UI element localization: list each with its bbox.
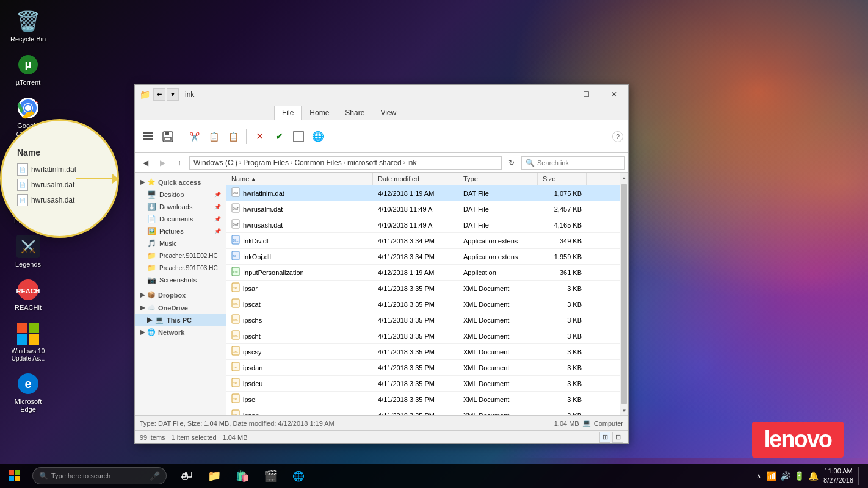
file-size-cell: 349 KB <box>538 235 587 246</box>
nav-this-pc-header[interactable]: ▶ 💻 This PC <box>135 314 226 326</box>
taskbar-clock[interactable]: 11:00 AM 8/27/2018 <box>823 467 853 486</box>
search-box[interactable]: 🔍 <box>521 156 625 170</box>
table-row[interactable]: DAT hwrusash.dat 4/10/2018 11:49 A DAT F… <box>226 217 620 233</box>
nav-onedrive-header[interactable]: ▶ ☁️ OneDrive <box>135 301 226 314</box>
view-toggle-buttons: ⊞ ⊟ <box>599 432 623 443</box>
nav-item-preacher1[interactable]: 📁 Preacher.S01E02.HC <box>135 249 226 262</box>
tab-file[interactable]: File <box>274 106 302 120</box>
svg-text:e: e <box>24 377 31 390</box>
address-path[interactable]: Windows (C:) › Program Files › Common Fi… <box>189 156 502 170</box>
scroll-thumb[interactable] <box>621 184 627 404</box>
refresh-button[interactable]: ↻ <box>504 156 519 170</box>
table-row[interactable]: EXE InputPersonalization 4/12/2018 1:19 … <box>226 265 620 281</box>
tray-up-arrow[interactable]: ∧ <box>756 472 761 480</box>
svg-text:XML: XML <box>233 350 239 353</box>
quick-access-btn-2[interactable]: ▼ <box>167 88 179 101</box>
file-type-icon: XML <box>231 393 240 405</box>
show-desktop-button[interactable] <box>858 467 862 485</box>
nav-item-pictures[interactable]: 🖼️ Pictures 📌 <box>135 225 226 237</box>
search-input[interactable] <box>537 159 621 167</box>
start-button[interactable] <box>0 464 29 488</box>
taskbar-store[interactable]: 🛍️ <box>229 464 256 488</box>
table-row[interactable]: XML ipsel 4/11/2018 3:35 PM XML Document… <box>226 392 620 407</box>
ribbon-delete[interactable]: ✕ <box>251 128 268 145</box>
desktop-icon-reachit[interactable]: REACH REACHit <box>6 274 50 315</box>
view-details-button[interactable]: ⊞ <box>599 432 610 443</box>
path-segment-5[interactable]: ink <box>407 159 416 167</box>
nav-back-button[interactable]: ◀ <box>138 156 153 170</box>
nav-forward-button[interactable]: ▶ <box>155 156 170 170</box>
table-row[interactable]: DLL InkObj.dll 4/11/2018 3:34 PM Applica… <box>226 249 620 265</box>
scroll-down-button[interactable]: ▼ <box>620 406 628 415</box>
file-size-cell: 3 KB <box>538 410 587 416</box>
table-row[interactable]: XML ipscsy 4/11/2018 3:35 PM XML Documen… <box>226 344 620 360</box>
desktop-icon-legends[interactable]: ⚔️ Legends <box>6 231 50 271</box>
taskbar-vlc[interactable]: 🎬 <box>257 464 284 488</box>
desktop-icon-edge[interactable]: e Microsoft Edge <box>6 368 50 417</box>
taskbar-task-view[interactable] <box>173 464 200 488</box>
path-segment-4[interactable]: microsoft shared <box>347 159 402 167</box>
table-row[interactable]: XML ipscat 4/11/2018 3:35 PM XML Documen… <box>226 296 620 312</box>
ribbon-help[interactable]: ? <box>612 131 623 142</box>
file-name: ipscsy <box>243 348 262 356</box>
svg-rect-20 <box>17 334 27 345</box>
col-header-size[interactable]: Size <box>538 173 587 185</box>
nav-item-music[interactable]: 🎵 Music <box>135 237 226 249</box>
ribbon-rename[interactable]: ✔ <box>270 128 288 145</box>
desktop-icon-recycle-bin[interactable]: 🗑️ Recycle Bin <box>6 6 50 46</box>
taskbar-search-box[interactable]: 🔍 Type here to search 🎤 <box>32 467 167 484</box>
nav-item-screenshots[interactable]: 📷 Screenshots <box>135 274 226 286</box>
nav-dropbox-header[interactable]: ▶ 📦 Dropbox <box>135 289 226 301</box>
taskbar-file-explorer[interactable]: 📁 <box>201 464 228 488</box>
ribbon-copy[interactable]: 📋 <box>205 128 222 145</box>
tab-view[interactable]: View <box>372 106 404 120</box>
volume-tray-icon: 🔊 <box>780 471 790 481</box>
table-row[interactable]: XML ipsdan 4/11/2018 3:35 PM XML Documen… <box>226 360 620 376</box>
path-segment-2[interactable]: Program Files <box>243 159 289 167</box>
scroll-track[interactable]: ▲ ▼ <box>620 173 628 415</box>
svg-text:DLL: DLL <box>233 239 238 242</box>
taskbar-chrome[interactable]: 🌐 <box>285 464 312 488</box>
nav-network-header[interactable]: ▶ 🌐 Network <box>135 326 226 339</box>
tab-share[interactable]: Share <box>337 106 372 120</box>
nav-item-desktop[interactable]: 🖥️ Desktop 📌 <box>135 188 226 201</box>
ribbon-paste[interactable]: 📋 <box>225 128 242 145</box>
table-row[interactable]: XML ipschs 4/11/2018 3:35 PM XML Documen… <box>226 312 620 328</box>
desktop-icon-utorrent[interactable]: μ µTorrent <box>6 49 50 90</box>
nav-quick-access-header[interactable]: ▶ ⭐ Quick access <box>135 176 226 188</box>
ribbon-internet[interactable]: 🌐 <box>309 128 327 145</box>
svg-text:XML: XML <box>233 287 239 290</box>
table-row[interactable]: DAT hwrusalm.dat 4/10/2018 11:49 A DAT F… <box>226 201 620 217</box>
svg-text:DAT: DAT <box>233 191 239 195</box>
scroll-up-button[interactable]: ▲ <box>620 173 628 182</box>
nav-item-preacher2[interactable]: 📁 Preacher.S01E03.HC <box>135 262 226 274</box>
ribbon-save[interactable] <box>159 128 176 145</box>
view-large-icons-button[interactable]: ⊟ <box>612 432 623 443</box>
path-segment-1[interactable]: Windows (C:) <box>193 159 237 167</box>
notification-icon[interactable]: 🔔 <box>808 471 819 481</box>
pictures-nav-icon: 🖼️ <box>147 227 156 235</box>
ribbon-view-list[interactable] <box>140 128 157 145</box>
tab-home[interactable]: Home <box>302 106 337 120</box>
col-header-type[interactable]: Type <box>458 173 538 185</box>
nav-up-button[interactable]: ↑ <box>172 156 187 170</box>
maximize-button[interactable]: ☐ <box>572 85 600 104</box>
table-row[interactable]: DLL InkDiv.dll 4/11/2018 3:34 PM Applica… <box>226 233 620 249</box>
ribbon-cut[interactable]: ✂️ <box>186 128 203 145</box>
desktop-icon-windows-update[interactable]: Windows 10 Update As... <box>6 318 50 365</box>
ribbon-properties[interactable] <box>290 128 307 145</box>
col-header-name[interactable]: Name ▲ <box>226 173 373 185</box>
col-header-date[interactable]: Date modified <box>373 173 458 185</box>
path-segment-3[interactable]: Common Files <box>294 159 341 167</box>
minimize-button[interactable]: — <box>544 85 572 104</box>
table-row[interactable]: XML ipsdeu 4/11/2018 3:35 PM XML Documen… <box>226 376 620 392</box>
table-row[interactable]: XML ipsen 4/11/2018 3:35 PM XML Document… <box>226 407 620 415</box>
nav-item-documents[interactable]: 📄 Documents 📌 <box>135 213 226 225</box>
table-row[interactable]: XML ipscht 4/11/2018 3:35 PM XML Documen… <box>226 328 620 344</box>
table-row[interactable]: XML ipsar 4/11/2018 3:35 PM XML Document… <box>226 281 620 296</box>
close-button[interactable]: ✕ <box>600 85 628 104</box>
quick-access-btn-1[interactable]: ⬅ <box>153 88 165 101</box>
nav-item-downloads[interactable]: ⬇️ Downloads 📌 <box>135 201 226 213</box>
table-row[interactable]: DAT hwrlatinlm.dat 4/12/2018 1:19 AM DAT… <box>226 185 620 201</box>
file-name: ipsdeu <box>243 380 262 387</box>
